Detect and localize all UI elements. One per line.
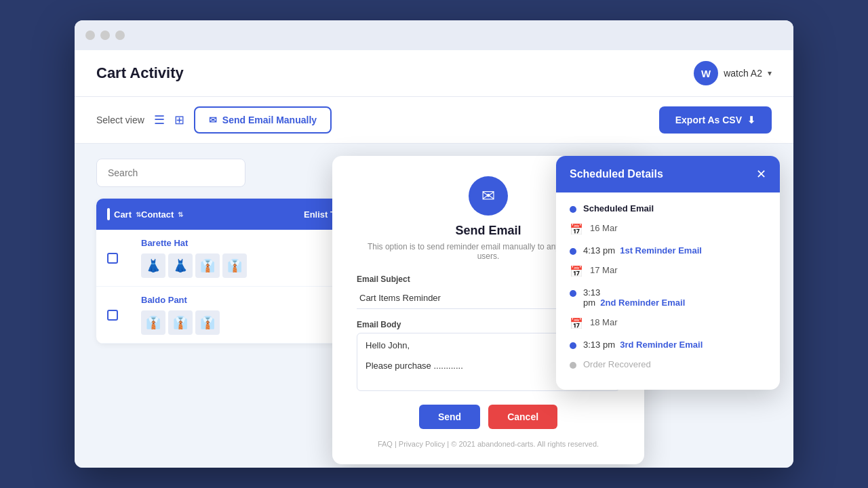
third-reminder-label: 3:13 pm 3rd Reminder Email [583, 340, 703, 350]
th-cart: Cart ⇅ [107, 208, 141, 220]
user-area[interactable]: W watch A2 ▾ [694, 61, 772, 85]
row-checkbox[interactable] [107, 310, 118, 321]
panel-title: Scheduled Details [570, 168, 663, 180]
product-thumb: 👔 [195, 310, 220, 335]
th-cart-label: Cart [114, 209, 132, 220]
timeline-dot-active [570, 342, 576, 349]
product-images: 👗 👗 👔 👔 [141, 253, 304, 278]
row-product-col: Baldo Pant 👔 👔 👔 [141, 295, 304, 335]
timeline-dot-inactive [570, 362, 576, 369]
timeline-item: Scheduled Email [570, 203, 766, 214]
page-title: Cart Activity [96, 64, 184, 82]
timeline-item: 📅 16 Mar [570, 223, 766, 236]
scheduled-details-panel: Scheduled Details ✕ Scheduled Email 📅 16… [556, 156, 780, 390]
chevron-down-icon: ▾ [768, 68, 772, 78]
first-reminder-label: 4:13 pm 1st Reminder Email [583, 245, 702, 256]
browser-titlebar [75, 20, 793, 50]
mail-icon: ✉ [209, 115, 217, 125]
close-button[interactable]: ✕ [756, 167, 766, 182]
modal-footer: FAQ | Privacy Policy | © 2021 abandoned-… [357, 440, 620, 448]
product-images: 👔 👔 👔 [141, 310, 304, 335]
timeline-dot-active [570, 290, 576, 297]
send-email-manually-button[interactable]: ✉ Send Email Manually [194, 106, 332, 134]
app-header: Cart Activity W watch A2 ▾ [75, 50, 793, 97]
grid-view-icon[interactable]: ⊞ [174, 113, 184, 127]
traffic-light-yellow[interactable] [100, 30, 110, 40]
th-contact: Contact ⇅ [141, 209, 304, 220]
calendar-icon: 📅 [570, 223, 583, 236]
timeline-dot-active [570, 248, 576, 255]
contact-sort-icon[interactable]: ⇅ [178, 211, 183, 218]
product-thumb: 👔 [222, 253, 247, 278]
user-name-label: watch A2 [724, 68, 762, 79]
timeline-item: 4:13 pm 1st Reminder Email [570, 245, 766, 256]
traffic-light-green[interactable] [115, 30, 125, 40]
toolbar: Select view ☰ ⊞ ✉ Send Email Manually Ex… [75, 97, 793, 144]
timeline-item: 📅 17 Mar [570, 265, 766, 278]
calendar-icon: 📅 [570, 265, 583, 278]
panel-header: Scheduled Details ✕ [556, 156, 780, 192]
search-input[interactable] [96, 159, 245, 187]
product-thumb: 👗 [168, 253, 193, 278]
select-all-checkbox[interactable] [107, 208, 110, 220]
timeline-item: Order Recovered [570, 359, 766, 369]
product-name[interactable]: Baldo Pant [141, 295, 304, 305]
row-checkbox[interactable] [107, 253, 118, 264]
search-input-wrap [96, 159, 245, 187]
scheduled-email-label: Scheduled Email [583, 203, 654, 214]
cancel-button[interactable]: Cancel [488, 405, 557, 429]
product-thumb: 👔 [168, 310, 193, 335]
timeline-dot-active [570, 206, 576, 213]
modal-email-icon: ✉ [469, 176, 508, 216]
export-csv-label: Export As CSV [675, 115, 742, 125]
panel-body: Scheduled Email 📅 16 Mar 4:13 pm 1st Rem… [556, 192, 780, 390]
toolbar-left: Select view ☰ ⊞ ✉ Send Email Manually [96, 106, 332, 134]
calendar-icon: 📅 [570, 317, 583, 330]
timeline-item: 3:13 pm 3rd Reminder Email [570, 340, 766, 350]
traffic-light-red[interactable] [85, 30, 95, 40]
th-contact-label: Contact [141, 209, 174, 220]
date-18-mar: 18 Mar [590, 317, 617, 327]
second-reminder-label: 3:13pm 2nd Reminder Email [583, 287, 685, 308]
row-product-col: Barette Hat 👗 👗 👔 👔 [141, 238, 304, 278]
product-name[interactable]: Barette Hat [141, 238, 304, 248]
select-view-label: Select view [96, 115, 144, 125]
order-recovered-label: Order Recovered [583, 359, 651, 369]
modal-buttons: Send Cancel [357, 405, 620, 429]
browser-window: Cart Activity W watch A2 ▾ Select view ☰… [75, 20, 793, 468]
send-email-manually-label: Send Email Manually [222, 115, 317, 125]
timeline-item: 3:13pm 2nd Reminder Email [570, 287, 766, 308]
date-17-mar: 17 Mar [590, 265, 617, 275]
product-thumb: 👗 [141, 253, 165, 278]
download-icon: ⬇ [747, 115, 755, 125]
export-csv-button[interactable]: Export As CSV ⬇ [659, 106, 772, 134]
row-checkbox-col [107, 310, 141, 321]
app-body: Cart Activity W watch A2 ▾ Select view ☰… [75, 50, 793, 468]
date-16-mar: 16 Mar [590, 223, 617, 233]
send-button[interactable]: Send [419, 405, 480, 429]
product-thumb: 👔 [141, 310, 165, 335]
cart-sort-icon[interactable]: ⇅ [136, 211, 141, 218]
product-thumb: 👔 [195, 253, 220, 278]
row-checkbox-col [107, 253, 141, 264]
timeline-item: 📅 18 Mar [570, 317, 766, 330]
avatar: W [694, 61, 718, 85]
list-view-icon[interactable]: ☰ [154, 113, 165, 127]
